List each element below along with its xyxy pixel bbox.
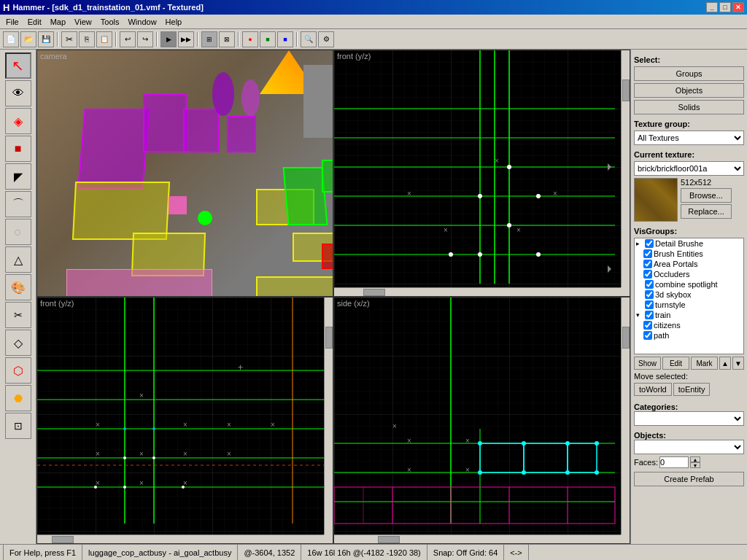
toolbar-redo[interactable]: ↪ (137, 31, 153, 47)
viewport-side[interactable]: × × × × (333, 297, 630, 544)
scrollbar-v-front-bottom[interactable] (324, 298, 333, 534)
visgroup-train[interactable]: ▾ train (635, 310, 743, 320)
visgroup-detail-brush[interactable]: ▸ Detail Brushe (635, 238, 743, 249)
toggle-detail-brush[interactable]: ▸ (636, 240, 643, 247)
check-3d-skybox[interactable] (645, 290, 654, 299)
menu-view[interactable]: View (70, 16, 96, 28)
menu-edit[interactable]: Edit (23, 16, 46, 28)
texture-group-select[interactable]: All Textures (634, 131, 744, 145)
check-combine-spotlight[interactable] (645, 280, 654, 289)
tool-path[interactable]: ⬡ (5, 357, 31, 384)
tool-sphere[interactable]: ○ (5, 219, 31, 245)
tool-entity[interactable]: ◈ (5, 108, 31, 134)
faces-input[interactable] (659, 456, 689, 468)
tool-cone[interactable]: △ (5, 246, 31, 273)
check-occluders[interactable] (643, 270, 652, 279)
tool-wedge[interactable]: ◤ (5, 163, 31, 190)
replace-button[interactable]: Replace... (681, 204, 732, 219)
menu-window[interactable]: Window (123, 16, 160, 28)
to-entity-button[interactable]: toEntity (673, 383, 711, 396)
toolbar-cut[interactable]: ✂ (61, 31, 77, 47)
toolbar-save[interactable]: 💾 (38, 31, 54, 47)
tool-texture[interactable]: 🎨 (5, 274, 31, 300)
toolbar-new[interactable]: 📄 (3, 31, 19, 47)
check-citizens[interactable] (643, 321, 652, 330)
visgroup-combine-spotlight[interactable]: ▸ combine spotlight (635, 279, 743, 289)
close-button[interactable]: ✕ (732, 2, 744, 12)
solids-button[interactable]: Solids (634, 100, 744, 114)
viewport-front-bottom[interactable]: × × × × × × × × × × × × (36, 297, 333, 544)
toggle-train[interactable]: ▾ (636, 311, 643, 319)
edit-button[interactable]: Edit (662, 357, 689, 370)
check-train[interactable] (645, 311, 654, 319)
tool-decal[interactable]: ⬣ (5, 385, 31, 411)
check-brush-entities[interactable] (643, 249, 652, 258)
scroll-thumb-v[interactable] (622, 79, 630, 101)
create-prefab-button[interactable]: Create Prefab (634, 472, 744, 486)
tool-arch[interactable]: ⌒ (5, 191, 31, 217)
toolbar-undo[interactable]: ↩ (120, 31, 136, 47)
check-path[interactable] (643, 331, 652, 340)
tool-camera[interactable]: 👁 (5, 80, 31, 106)
scrollbar-h-front-bottom[interactable] (37, 534, 324, 543)
menu-tools[interactable]: Tools (96, 16, 124, 28)
visgroup-3d-skybox[interactable]: ▸ 3d skybox (635, 289, 743, 300)
tool-clip[interactable]: ✂ (5, 302, 31, 328)
check-detail-brush[interactable] (645, 239, 654, 248)
menu-help[interactable]: Help (161, 16, 187, 28)
scrollbar-v-side[interactable] (621, 298, 630, 534)
spin-down[interactable]: ▼ (690, 462, 700, 468)
to-world-button[interactable]: toWorld (634, 383, 672, 396)
scrollbar-h-side[interactable] (334, 534, 621, 543)
tool-overlay[interactable]: ⊡ (5, 413, 31, 439)
menu-map[interactable]: Map (46, 16, 70, 28)
visgroup-down[interactable]: ▼ (732, 357, 744, 370)
groups-button[interactable]: Groups (634, 66, 744, 81)
menu-file[interactable]: File (1, 16, 23, 28)
scroll-thumb-h2[interactable] (52, 536, 74, 543)
minimize-button[interactable]: _ (706, 2, 718, 12)
mark-button[interactable]: Mark (691, 357, 718, 370)
toolbar-snap-angle[interactable]: ⊠ (219, 31, 235, 47)
viewport-front-top[interactable]: × × × × × front ( (333, 50, 630, 297)
visgroup-path[interactable]: path (635, 330, 743, 341)
scroll-thumb-v3[interactable] (622, 327, 630, 349)
browse-button[interactable]: Browse... (681, 188, 732, 203)
objects-button[interactable]: Objects (634, 83, 744, 98)
check-turnstyle[interactable] (645, 300, 654, 309)
scroll-thumb-h[interactable] (363, 289, 385, 296)
toolbar-settings[interactable]: ⚙ (318, 31, 334, 47)
check-area-portals[interactable] (643, 260, 652, 268)
scroll-thumb-h3[interactable] (378, 536, 400, 543)
maximize-button[interactable]: □ (719, 2, 731, 12)
categories-select[interactable] (634, 411, 744, 426)
visgroup-area-portals[interactable]: Area Portals (635, 259, 743, 269)
scroll-thumb-v2[interactable] (325, 327, 333, 349)
scrollbar-h-front-top[interactable] (334, 287, 621, 296)
toolbar-open[interactable]: 📂 (20, 31, 36, 47)
toolbar-view2[interactable]: ■ (260, 31, 276, 47)
visgroup-up[interactable]: ▲ (719, 357, 731, 370)
show-button[interactable]: Show (634, 357, 661, 370)
toolbar-compile[interactable]: ▶ (160, 31, 177, 47)
toolbar-run[interactable]: ▶▶ (178, 31, 194, 47)
toolbar-snap-grid[interactable]: ⊞ (201, 31, 217, 47)
objects-select[interactable] (634, 440, 744, 454)
viewport-camera[interactable]: camera (36, 50, 333, 297)
tool-vertex[interactable]: ◇ (5, 330, 31, 356)
tool-block[interactable]: ■ (5, 136, 31, 162)
scrollbar-v-front-top[interactable] (621, 50, 630, 287)
spin-up[interactable]: ▲ (690, 456, 700, 462)
visgroup-occluders[interactable]: Occluders (635, 269, 743, 279)
toolbar-view3[interactable]: ■ (277, 31, 293, 47)
current-texture-select[interactable]: brick/brickfloor001a (634, 161, 744, 176)
toolbar-magnify[interactable]: 🔍 (301, 31, 317, 47)
visgroup-turnstyle[interactable]: ▸ turnstyle (635, 300, 743, 310)
visgroup-citizens[interactable]: citizens (635, 320, 743, 330)
toolbar-view-camera[interactable]: ● (242, 31, 258, 47)
visgroup-brush-entities[interactable]: Brush Entities (635, 249, 743, 259)
toolbar-paste[interactable]: 📋 (96, 31, 112, 47)
titlebar-controls[interactable]: _ □ ✕ (706, 2, 744, 12)
toolbar-copy[interactable]: ⎘ (79, 31, 95, 47)
tool-select[interactable]: ↖ (5, 52, 31, 79)
